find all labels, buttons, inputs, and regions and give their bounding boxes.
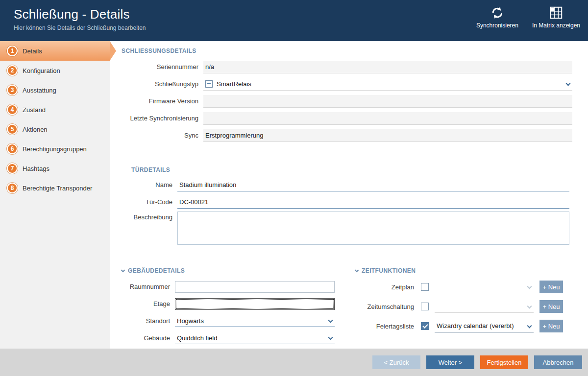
- room-number-label: Raumnummer: [110, 283, 175, 290]
- building-details-column: GEBÄUDEDETAILS Raumnummer Etage Standort: [110, 267, 338, 347]
- footer-bar: < Zurück Weiter > Fertigstellen Abbreche…: [0, 349, 588, 376]
- description-textarea[interactable]: [177, 212, 569, 245]
- wizard-step-sidebar: 1 Details 2 Konfiguration 3 Ausstattung …: [0, 41, 110, 349]
- holiday-list-new-button[interactable]: + Neu: [539, 320, 563, 332]
- last-sync-value: [203, 112, 572, 125]
- floor-input[interactable]: [175, 298, 335, 310]
- chevron-down-icon: [527, 304, 532, 308]
- serial-number-value: n/a: [203, 61, 572, 73]
- sidebar-item-label: Zustand: [23, 106, 46, 114]
- section-title-building-details[interactable]: GEBÄUDEDETAILS: [110, 267, 338, 274]
- schedule-new-button[interactable]: + Neu: [539, 281, 563, 293]
- step-number-badge: 3: [7, 85, 18, 95]
- sidebar-item-konfiguration[interactable]: 2 Konfiguration: [0, 61, 110, 80]
- door-name-label: Name: [110, 181, 177, 188]
- sidebar-item-label: Aktionen: [23, 126, 48, 133]
- time-switch-dropdown[interactable]: [435, 301, 534, 313]
- holiday-list-dropdown[interactable]: Wizardry calendar (vererbt): [435, 320, 534, 332]
- step-number-badge: 2: [7, 65, 18, 76]
- chevron-down-icon: [527, 323, 532, 328]
- collapse-minus-icon[interactable]: [205, 80, 213, 88]
- chevron-down-icon: [566, 81, 571, 86]
- schedule-dropdown[interactable]: [435, 281, 534, 293]
- chevron-down-icon: [328, 335, 333, 340]
- step-number-badge: 6: [7, 143, 18, 154]
- sidebar-item-label: Details: [23, 47, 42, 55]
- time-switch-label: Zeitumschaltung: [355, 303, 414, 310]
- matrix-icon: [549, 5, 564, 20]
- header-actions: Synchronisieren In Matrix anzeigen: [476, 5, 580, 29]
- sidebar-item-label: Berechtigte Transponder: [23, 185, 92, 192]
- show-in-matrix-label: In Matrix anzeigen: [532, 22, 580, 29]
- sync-label: Sync: [110, 132, 203, 139]
- location-dropdown[interactable]: Hogwarts: [175, 315, 335, 327]
- schedule-label: Zeitplan: [355, 283, 414, 291]
- serial-number-label: Seriennummer: [110, 63, 203, 70]
- floor-label: Etage: [110, 300, 175, 307]
- section-title-time-functions[interactable]: ZEITFUNKTIONEN: [355, 267, 572, 274]
- sidebar-item-ausstattung[interactable]: 3 Ausstattung: [0, 80, 110, 100]
- building-label: Gebäude: [110, 334, 175, 342]
- details-form: SCHLIESSUNGSDETAILS Seriennummer n/a Sch…: [110, 41, 588, 349]
- section-title-door-details: TÜRDETAILS: [110, 166, 572, 173]
- building-dropdown[interactable]: Quidditch field: [175, 332, 335, 344]
- description-label: Beschreibung: [110, 212, 177, 221]
- finish-button[interactable]: Fertigstellen: [480, 355, 528, 369]
- cancel-button[interactable]: Abbrechen: [534, 355, 582, 369]
- room-number-input[interactable]: [175, 281, 335, 293]
- show-in-matrix-button[interactable]: In Matrix anzeigen: [532, 5, 580, 29]
- step-number-badge: 1: [7, 46, 18, 56]
- last-sync-label: Letzte Synchronisierung: [110, 115, 203, 122]
- next-button[interactable]: Weiter >: [426, 355, 474, 369]
- holiday-list-label: Feiertagsliste: [355, 323, 414, 330]
- step-number-badge: 8: [7, 183, 18, 193]
- sync-value: Erstprogrammierung: [203, 129, 572, 142]
- synchronize-label: Synchronisieren: [476, 22, 518, 29]
- holiday-list-checkbox[interactable]: [421, 322, 429, 330]
- step-number-badge: 4: [7, 104, 18, 115]
- door-code-field[interactable]: DC-00021: [177, 196, 569, 209]
- sidebar-item-label: Hashtags: [23, 165, 49, 172]
- step-number-badge: 7: [7, 163, 18, 174]
- back-button[interactable]: < Zurück: [372, 355, 420, 369]
- location-label: Standort: [110, 317, 175, 325]
- sidebar-item-zustand[interactable]: 4 Zustand: [0, 100, 110, 119]
- sidebar-item-berechtigungsgruppen[interactable]: 6 Berechtigungsgruppen: [0, 139, 110, 159]
- time-switch-new-button[interactable]: + Neu: [539, 300, 563, 313]
- step-number-badge: 5: [7, 124, 18, 135]
- synchronize-button[interactable]: Synchronisieren: [476, 5, 518, 29]
- collapse-chevron-icon: [355, 268, 359, 272]
- firmware-label: Firmware Version: [110, 97, 203, 105]
- sidebar-item-label: Berechtigungsgruppen: [23, 145, 87, 153]
- lock-type-dropdown[interactable]: SmartRelais: [203, 78, 572, 91]
- time-functions-column: ZEITFUNKTIONEN Zeitplan + Neu Zeitumscha…: [338, 267, 572, 347]
- sidebar-item-label: Ausstattung: [23, 87, 56, 94]
- schedule-checkbox[interactable]: [421, 283, 429, 291]
- header-bar: Schließung - Details Hier können Sie Det…: [0, 0, 588, 41]
- sidebar-item-hashtags[interactable]: 7 Hashtags: [0, 159, 110, 178]
- sidebar-item-berechtigte-transponder[interactable]: 8 Berechtigte Transponder: [0, 178, 110, 198]
- sidebar-item-aktionen[interactable]: 5 Aktionen: [0, 119, 110, 139]
- section-title-lock-details: SCHLIESSUNGSDETAILS: [110, 47, 572, 54]
- firmware-value: [203, 95, 572, 108]
- lock-type-label: Schließungstyp: [110, 80, 203, 88]
- door-code-label: Tür-Code: [110, 198, 177, 206]
- collapse-chevron-icon: [121, 268, 125, 272]
- sync-icon: [490, 5, 505, 20]
- chevron-down-icon: [527, 284, 532, 289]
- door-name-field[interactable]: Stadium illumination: [177, 179, 569, 191]
- chevron-down-icon: [328, 318, 333, 323]
- sidebar-item-details[interactable]: 1 Details: [0, 41, 110, 61]
- time-switch-checkbox[interactable]: [421, 303, 429, 310]
- sidebar-item-label: Konfiguration: [23, 67, 60, 74]
